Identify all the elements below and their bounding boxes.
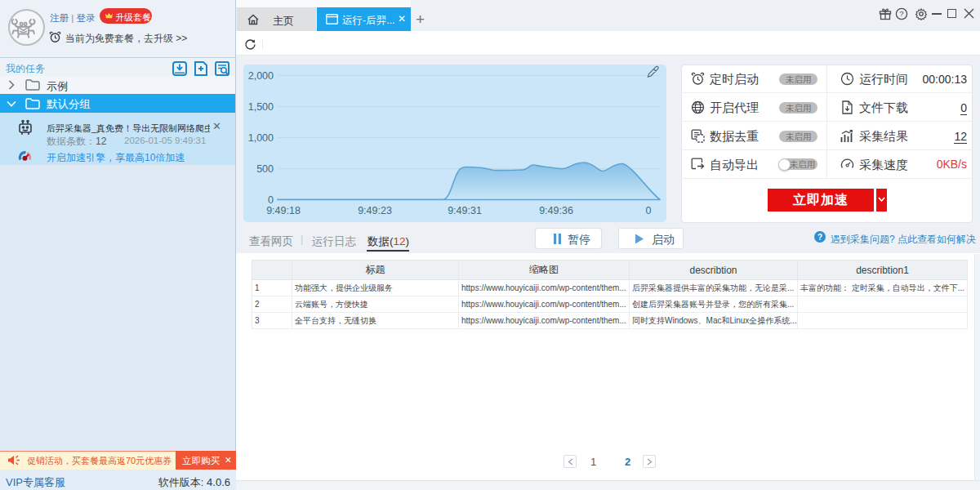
- svg-text:500: 500: [256, 163, 274, 175]
- svg-text:?: ?: [817, 233, 822, 242]
- svg-text:9:49:36: 9:49:36: [539, 205, 573, 216]
- svg-text:9:49:31: 9:49:31: [448, 205, 482, 216]
- svg-text:?: ?: [899, 9, 903, 18]
- svg-text:0: 0: [646, 205, 652, 216]
- svg-text:1,000: 1,000: [248, 132, 274, 144]
- svg-text:0: 0: [268, 194, 274, 206]
- svg-text:1,500: 1,500: [248, 101, 274, 113]
- svg-text:9:49:18: 9:49:18: [266, 205, 301, 216]
- svg-text:9:49:23: 9:49:23: [358, 205, 392, 216]
- svg-text:2,000: 2,000: [248, 70, 274, 82]
